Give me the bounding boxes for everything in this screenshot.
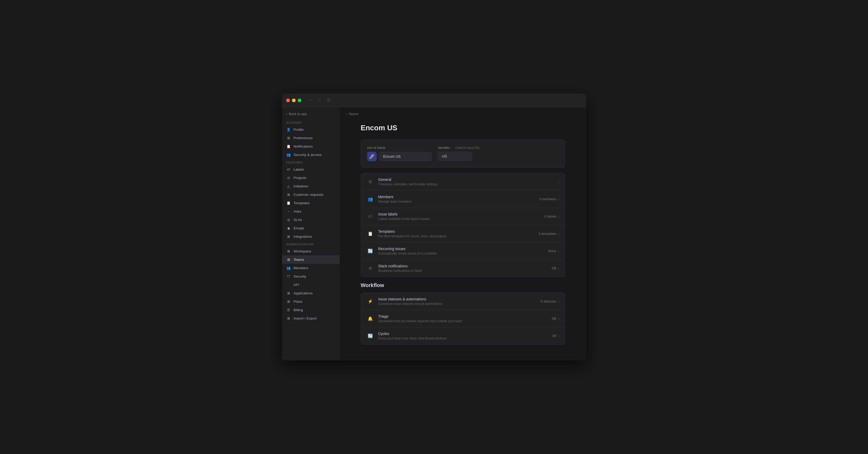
- chevron-icon-members: ›: [558, 197, 560, 201]
- back-nav-button[interactable]: ←: [308, 97, 314, 103]
- traffic-lights: [286, 98, 301, 102]
- settings-item-triage[interactable]: 🔔 Triage Streamline how you handle reque…: [361, 310, 565, 327]
- settings-item-issue-statuses[interactable]: ⚡ Issue statuses & automations Customize…: [361, 293, 565, 310]
- sidebar-icon-workspace: ⊞: [286, 249, 291, 253]
- sidebar-icon-initiatives: △: [286, 184, 291, 188]
- sidebar-icon-applications: ⊞: [286, 291, 291, 295]
- settings-icon-issue-labels: 🏷: [366, 212, 374, 221]
- sidebar-label-security: Security: [293, 274, 306, 278]
- chevron-icon-cycles: ›: [558, 334, 560, 338]
- app-window: ← → ⏱ ‹ Back to app Account 👤 Profile ⊞ …: [282, 94, 586, 360]
- sidebar-icon-teams: ⊞: [286, 257, 291, 262]
- identifier-input[interactable]: [438, 152, 472, 161]
- sidebar-label-workspace: Workspace: [293, 249, 311, 253]
- sidebar-item-emojis[interactable]: ◉ Emojis: [282, 224, 339, 232]
- breadcrumb: ‹ Teams: [340, 107, 586, 119]
- sidebar-label-teams: Teams: [293, 258, 304, 262]
- sidebar-item-projects[interactable]: ⊙ Projects: [282, 174, 339, 182]
- sidebar-icon-slas: ◎: [286, 217, 291, 222]
- content-area: ‹ Back to app Account 👤 Profile ⊞ Prefer…: [282, 107, 586, 360]
- minimize-button[interactable]: [292, 98, 296, 102]
- sidebar-icon-projects: ⊙: [286, 175, 291, 180]
- settings-right-issue-statuses: 5 statuses ›: [541, 299, 560, 304]
- settings-desc-cycles: Focus your team over short, time-boxed w…: [378, 337, 552, 340]
- settings-text-issue-statuses: Issue statuses & automations Customize i…: [378, 297, 541, 306]
- breadcrumb-teams-link[interactable]: Teams: [348, 112, 359, 116]
- settings-right-slack-notifications: Off ›: [552, 266, 560, 271]
- settings-text-templates: Templates Pre-filled templates for issue…: [378, 229, 538, 238]
- sidebar-item-security-access[interactable]: 👥 Security & access: [282, 150, 339, 159]
- sidebar: ‹ Back to app Account 👤 Profile ⊞ Prefer…: [282, 107, 340, 360]
- settings-item-general[interactable]: ⚙ General Timezone, estimates, and broad…: [361, 173, 565, 190]
- settings-value-recurring-issues: None: [548, 249, 556, 253]
- back-to-app-button[interactable]: ‹ Back to app: [282, 110, 339, 119]
- team-name-input[interactable]: [379, 152, 432, 161]
- sidebar-label-billing: Billing: [293, 308, 303, 312]
- sidebar-item-import-export[interactable]: ⊞ Import / Export: [282, 314, 339, 323]
- settings-item-issue-labels[interactable]: 🏷 Issue labels Labels available to this …: [361, 208, 565, 225]
- administration-section-label: Administration: [282, 241, 339, 247]
- sidebar-item-profile[interactable]: 👤 Profile: [282, 125, 339, 134]
- settings-item-members[interactable]: 👥 Members Manage team members 3 members …: [361, 190, 565, 208]
- settings-item-cycles[interactable]: 🔄 Cycles Focus your team over short, tim…: [361, 327, 565, 344]
- settings-value-members: 3 members: [539, 197, 556, 201]
- sidebar-item-integrations[interactable]: ⊞ Integrations: [282, 232, 339, 241]
- settings-icon-general: ⚙: [366, 178, 374, 186]
- sidebar-icon-customer-requests: ⊞: [286, 192, 291, 197]
- settings-text-cycles: Cycles Focus your team over short, time-…: [378, 332, 552, 340]
- titlebar: ← → ⏱: [282, 94, 586, 107]
- settings-title-members: Members: [378, 195, 539, 199]
- sidebar-item-preferences[interactable]: ⊞ Preferences: [282, 134, 339, 142]
- settings-desc-triage: Streamline how you handle requests from …: [378, 319, 552, 323]
- settings-icon-templates: 📋: [366, 230, 374, 238]
- settings-title-slack-notifications: Slack notifications: [378, 264, 552, 268]
- sidebar-item-slas[interactable]: ◎ SLAs: [282, 215, 339, 224]
- sidebar-item-asks[interactable]: ~ Asks: [282, 207, 339, 215]
- settings-icon-members: 👥: [366, 195, 374, 204]
- forward-nav-button[interactable]: →: [316, 97, 322, 103]
- settings-text-members: Members Manage team members: [378, 195, 539, 204]
- chevron-icon-issue-labels: ›: [558, 214, 560, 219]
- history-button[interactable]: ⏱: [326, 97, 332, 103]
- sidebar-item-teams[interactable]: ⊞ Teams: [282, 255, 339, 264]
- settings-item-recurring-issues[interactable]: 🔄 Recurring issues Automatically create …: [361, 242, 565, 260]
- page-content: Encom US Icon & Name 🚀: [340, 119, 586, 360]
- sidebar-label-security-access: Security & access: [293, 153, 321, 157]
- sidebar-item-applications[interactable]: ⊞ Applications: [282, 289, 339, 297]
- sidebar-item-initiatives[interactable]: △ Initiatives: [282, 182, 339, 190]
- sidebar-label-templates: Templates: [293, 201, 310, 205]
- settings-value-slack-notifications: Off: [552, 266, 556, 270]
- sidebar-label-api: API: [293, 283, 299, 287]
- settings-desc-slack-notifications: Broadcast notifications to Slack: [378, 269, 552, 273]
- sidebar-label-members: Members: [293, 266, 308, 270]
- sidebar-label-labels: Labels: [293, 168, 304, 172]
- settings-item-templates[interactable]: 📋 Templates Pre-filled templates for iss…: [361, 225, 565, 242]
- sidebar-item-plans[interactable]: ⊞ Plans: [282, 297, 339, 306]
- fullscreen-button[interactable]: [298, 98, 301, 102]
- settings-right-templates: 2 templates ›: [538, 232, 560, 236]
- sidebar-item-notifications[interactable]: 📋 Notifications: [282, 142, 339, 150]
- account-nav: 👤 Profile ⊞ Preferences 📋 Notifications …: [282, 125, 339, 159]
- sidebar-item-workspace[interactable]: ⊞ Workspace: [282, 247, 339, 255]
- sidebar-icon-api: [286, 282, 291, 287]
- sidebar-label-preferences: Preferences: [293, 136, 313, 140]
- close-button[interactable]: [286, 98, 290, 102]
- settings-right-cycles: Off ›: [552, 334, 560, 338]
- settings-item-slack-notifications[interactable]: ⚙ Slack notifications Broadcast notifica…: [361, 260, 565, 277]
- nav-controls: ← → ⏱: [308, 97, 332, 103]
- identifier-field: Identifier - Used in issue IDs: [438, 146, 479, 161]
- settings-list: ⚙ General Timezone, estimates, and broad…: [361, 173, 565, 277]
- sidebar-item-billing[interactable]: ☰ Billing: [282, 306, 339, 314]
- sidebar-item-api[interactable]: API: [282, 280, 339, 289]
- sidebar-item-customer-requests[interactable]: ⊞ Customer requests: [282, 190, 339, 199]
- sidebar-item-labels[interactable]: 🏷 Labels: [282, 165, 339, 174]
- sidebar-item-members[interactable]: 👥 Members: [282, 264, 339, 272]
- sidebar-icon-integrations: ⊞: [286, 234, 291, 239]
- chevron-icon-triage: ›: [558, 316, 560, 321]
- main-content: ‹ Teams Encom US Icon & Name 🚀: [340, 107, 586, 360]
- sidebar-item-security[interactable]: 🛡 Security: [282, 272, 339, 280]
- sidebar-icon-members: 👥: [286, 266, 291, 270]
- team-icon-button[interactable]: 🚀: [367, 152, 377, 161]
- sidebar-label-emojis: Emojis: [293, 226, 304, 230]
- sidebar-item-templates[interactable]: 📋 Templates: [282, 199, 339, 207]
